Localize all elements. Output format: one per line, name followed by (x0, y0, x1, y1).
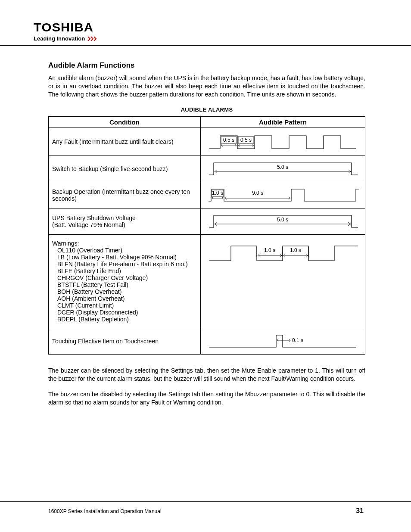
table-row: Switch to Backup (Single five-second buz… (49, 156, 365, 182)
condition-cell: Switch to Backup (Single five-second buz… (49, 156, 201, 182)
warning-item: DCER (Display Disconnected) (57, 309, 138, 316)
chevrons-icon (87, 36, 100, 41)
condition-cell: Touching Effective Item on Touchscreen (49, 328, 201, 354)
table-row: Any Fault (Interrmittant buzz until faul… (49, 128, 365, 156)
footer-title: 1600XP Series Installation and Operation… (48, 508, 162, 514)
disable-paragraph: The buzzer can be disabled by selecting … (48, 390, 365, 407)
warnings-header: Warnings: (52, 240, 79, 247)
svg-text:5.0 s: 5.0 s (277, 164, 288, 170)
waveform-icon: 1.0 s 1.0 s (205, 243, 360, 263)
svg-text:0.5 s: 0.5 s (240, 137, 252, 143)
warning-item: BLFN (Battery Life Pre-alarm - Batt exp … (57, 261, 188, 268)
page-number: 31 (356, 507, 364, 515)
col-pattern: Audible Pattern (200, 116, 365, 128)
svg-text:0.5 s: 0.5 s (223, 137, 234, 143)
condition-cell: Warnings: OL110 (Overload Timer) LB (Low… (49, 234, 201, 328)
condition-cell: Backup Operation (Intermittant buzz once… (49, 182, 201, 208)
svg-text:1.0 s: 1.0 s (264, 247, 275, 253)
table-row: Touching Effective Item on Touchscreen 0… (49, 328, 365, 354)
warning-item: CLMT (Current Limit) (57, 302, 114, 309)
svg-text:9.0 s: 9.0 s (252, 190, 263, 196)
warning-item: BLFE (Battery Life End) (57, 268, 121, 274)
pattern-cell: 0.5 s 0.5 s (200, 128, 365, 156)
warning-item: LB (Low Battery - Batt. Voltage 90% Norm… (57, 254, 177, 261)
condition-cell: UPS Battery Shutdown Voltage (Batt. Volt… (49, 208, 201, 234)
condition-cell: Any Fault (Interrmittant buzz until faul… (49, 128, 201, 156)
waveform-icon: 5.0 s (205, 160, 360, 177)
waveform-icon: 1.0 s 9.0 s (205, 187, 360, 204)
pattern-cell: 1.0 s 9.0 s (200, 182, 365, 208)
pattern-cell: 1.0 s 1.0 s (200, 234, 365, 328)
table-caption: AUDIBLE ALARMS (48, 106, 365, 113)
waveform-icon: 0.1 s (205, 333, 360, 350)
page: TOSHIBA Leading Innovation Audible Alarm… (0, 0, 411, 532)
silence-paragraph: The buzzer can be silenced by selecting … (48, 367, 365, 383)
pattern-cell: 5.0 s (200, 208, 365, 234)
warning-item: BTSTFL (Battery Test Fail) (57, 281, 128, 288)
warning-item: BDEPL (Battery Depletion) (57, 316, 129, 323)
table-row: Backup Operation (Intermittant buzz once… (49, 182, 365, 208)
brand-logo: TOSHIBA (34, 21, 411, 34)
table-header-row: Condition Audible Pattern (49, 116, 365, 128)
pattern-cell: 5.0 s (200, 156, 365, 182)
col-condition: Condition (49, 116, 201, 128)
warning-item: OL110 (Overload Timer) (57, 247, 122, 254)
pattern-cell: 0.1 s (200, 328, 365, 354)
svg-text:1.0 s: 1.0 s (290, 247, 301, 253)
table-row: UPS Battery Shutdown Voltage (Batt. Volt… (49, 208, 365, 234)
page-footer: 1600XP Series Installation and Operation… (0, 501, 411, 515)
waveform-icon: 5.0 s (205, 213, 360, 230)
alarms-table: Condition Audible Pattern Any Fault (Int… (48, 116, 365, 355)
warning-item: BOH (Battery Overheat) (57, 288, 121, 295)
svg-text:1.0 s: 1.0 s (212, 190, 223, 196)
condition-line: UPS Battery Shutdown Voltage (52, 215, 136, 221)
tagline-row: Leading Innovation (34, 35, 411, 42)
waveform-icon: 0.5 s 0.5 s (205, 132, 360, 151)
svg-text:0.1 s: 0.1 s (292, 337, 303, 343)
content-area: Audible Alarm Functions An audible alarm… (0, 61, 411, 407)
svg-text:5.0 s: 5.0 s (277, 217, 288, 223)
warning-item: CHRGOV (Charger Over Voltage) (57, 274, 148, 281)
warning-item: AOH (Ambient Overheat) (57, 295, 125, 302)
tagline-text: Leading Innovation (34, 35, 85, 42)
section-title: Audible Alarm Functions (48, 61, 365, 70)
intro-paragraph: An audible alarm (buzzer) will sound whe… (48, 74, 365, 99)
page-header: TOSHIBA Leading Innovation (0, 21, 411, 46)
condition-line: (Batt. Voltage 79% Normal) (52, 221, 125, 228)
table-row: Warnings: OL110 (Overload Timer) LB (Low… (49, 234, 365, 328)
